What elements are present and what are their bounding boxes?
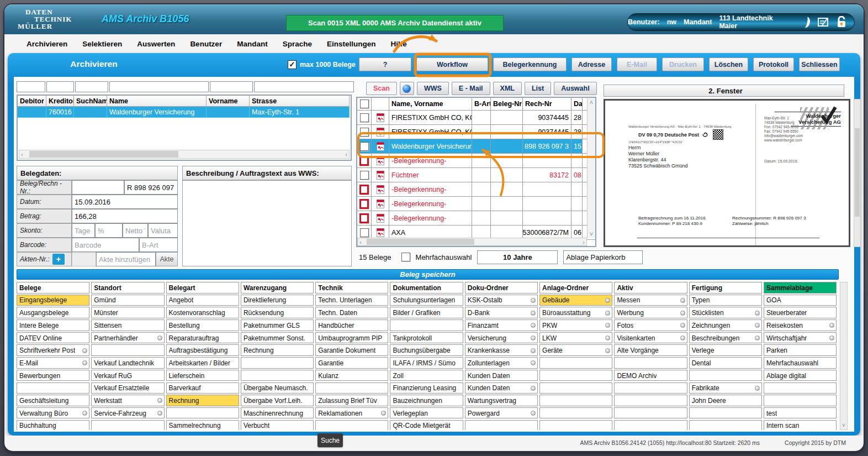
grid-cell-service-fahrzeug[interactable]: Service-Fahrzeug [91,407,164,419]
rechn-input-2[interactable] [124,180,178,195]
row-checkbox[interactable] [359,213,369,223]
grid-cell-werkstatt[interactable]: Werkstatt [91,395,164,406]
grid-cell-zoll[interactable]: Zoll [390,370,463,381]
moon-icon[interactable] [801,16,811,29]
löschen-button[interactable]: Löschen [709,57,748,71]
grid-cell-reklamationen[interactable]: Reklamationen [315,407,388,419]
grid-cell-münster[interactable]: Münster [91,307,164,318]
skonto-netto-input[interactable] [123,223,148,238]
address-filter-input[interactable] [46,81,74,92]
grid-cell-visitenkarten[interactable]: Visitenkarten [614,332,687,344]
grid-cell-dental[interactable]: Dental [689,357,762,369]
grid-cell-john-deere[interactable]: John Deere [689,395,762,406]
grid-cell-kulanz[interactable]: Kulanz [315,370,388,381]
grid-cell-wirtschaftjahr[interactable]: Wirtschaftjahr [764,332,837,344]
grid-cell-gebäude[interactable]: Gebäude [539,295,612,306]
grid-cell-versicherung[interactable]: Versicherung [465,332,538,344]
grid-cell-verwaltung-büro[interactable]: Verwaltung Büro [17,407,89,419]
grid-cell-empty[interactable] [689,407,762,419]
blank-button[interactable]: ? [359,57,411,71]
grid-cell-ausgangsbelege[interactable]: Ausgangsbelege [17,307,89,318]
grid-cell-zollunterlagen[interactable]: Zollunterlagen [465,357,538,369]
grid-cell-direktlieferung[interactable]: Direktlieferung [241,295,314,306]
grid-cell-umbauprogramm-pip[interactable]: Umbauprogramm PIP [315,332,388,344]
grid-cell-empty[interactable] [614,420,687,430]
table-row[interactable]: 760016Waldenburger VersicherungMax-Eyth-… [18,107,351,118]
grid-cell-auftragsbestätigung[interactable]: Auftragsbestätigung [166,344,239,356]
grid-cell-empty[interactable] [614,382,687,394]
grid-cell-empty[interactable] [241,357,314,369]
grid-cell-krankenkasse[interactable]: Krankenkasse [465,344,538,356]
grid-cell-empty[interactable] [539,407,612,419]
column-header-vorname[interactable]: Vorname [207,96,250,107]
address-filter-input[interactable] [254,81,354,92]
grid-cell-buchungsübergabe[interactable]: Buchungsübergabe [390,344,463,356]
mehrfachauswahl-checkbox[interactable] [401,253,410,261]
grid-cell-empty[interactable] [539,357,612,369]
address-filter-input[interactable] [210,81,253,92]
grid-cell-tankprotokoll[interactable]: Tankprotokoll [390,332,463,344]
grid-cell-intere-belege[interactable]: Intere Belege [17,319,89,331]
grid-cell-alte-vorgänge[interactable]: Alte Vorgänge [614,344,687,356]
grid-cell-empty[interactable] [764,382,837,394]
max-1000-checkbox[interactable]: ✓ [288,60,297,69]
grid-cell-bauzeichnungen[interactable]: Bauzeichnungen [390,395,463,406]
scroll-down-icon[interactable]: ˅ [590,230,593,237]
grid-cell-rechnung[interactable]: Rechnung [166,395,239,406]
grid-cell-empty[interactable] [315,382,388,394]
grid-cell-rechnung[interactable]: Rechnung [241,344,314,356]
grid-cell-empty[interactable] [91,344,164,356]
grid-cell-stücklisten[interactable]: Stücklisten [689,307,762,318]
grid-cell-empty[interactable] [689,420,762,430]
grid-cell-ilafa-irms-sümo[interactable]: ILAFA / IRMS / Sümo [390,357,463,369]
menu-item-benutzer[interactable]: Benutzer [190,40,222,48]
grid-cell-ksk-ostalb[interactable]: KSK-Ostalb [465,295,538,306]
address-filter-input[interactable] [109,81,209,92]
row-checkbox[interactable] [359,185,369,195]
row-checkbox[interactable] [360,142,369,151]
grid-cell-mehrfachauswahl[interactable]: Mehrfachauswahl [764,357,837,369]
betrag-input[interactable] [72,209,178,223]
menu-item-hilfe[interactable]: Hilfe [390,40,406,48]
grid-cell-arbeitskarten-bilder[interactable]: Arbeitskarten / Bilder [166,357,239,369]
doc-row[interactable]: -Belegerkennung- [357,197,595,211]
second-window-header[interactable]: 2. Fenster [604,85,844,97]
grid-cell-goa[interactable]: GOA [764,295,837,306]
menu-item-sprache[interactable]: Sprache [283,40,312,48]
grid-cell-geräte[interactable]: Geräte [539,344,612,356]
menu-item-auswerten[interactable]: Auswerten [137,40,175,48]
grid-cell-angebot[interactable]: Angebot [166,295,239,306]
skonto-prozent-input[interactable] [95,223,123,238]
grid-cell-buchhaltung[interactable]: Buchhaltung [17,420,89,430]
grid-cell-typen[interactable]: Typen [689,295,762,306]
grid-cell-schriftverkehr-post[interactable]: Schriftverkehr Post [17,344,89,356]
menu-item-einstellungen[interactable]: Einstellungen [327,40,376,48]
archive-sphere-tab[interactable] [400,82,414,95]
grid-cell-fabrikate[interactable]: Fabrikate [689,382,762,394]
grid-cell-bilder-grafiken[interactable]: Bilder / Grafiken [390,307,463,318]
grid-cell-kunden-daten[interactable]: Kunden Daten [465,382,538,394]
menu-item-selektieren[interactable]: Selektieren [82,40,122,48]
grid-cell-datev-online[interactable]: DATEV Online [17,332,89,344]
schliessen-button[interactable]: Schliessen [799,57,840,71]
grid-cell-empty[interactable] [241,370,314,381]
doc-row[interactable]: FIRESTIXX GmbH CO, KG9037444528 [357,111,595,125]
address-filter-input[interactable] [17,81,45,92]
tab-xml[interactable]: XML [493,82,522,95]
grid-cell-finanzierung-leasing[interactable]: Finanzierung Leasing [390,382,463,394]
grid-cell-handbücher[interactable]: Handbücher [315,319,388,331]
grid-cell-techn-daten[interactable]: Techn. Daten [315,307,388,318]
grid-cell-empty[interactable] [17,382,89,394]
grid-cell-empty[interactable] [614,395,687,406]
row-checkbox[interactable] [360,171,369,180]
doc-row[interactable]: -Belegerkennung- [357,154,595,168]
grid-cell-test[interactable]: test [764,407,837,419]
datum-input[interactable] [72,195,178,209]
skonto-valuta-input[interactable] [148,223,178,238]
grid-cell-lieferschein[interactable]: Lieferschein [166,370,239,381]
grid-cell-kostenvoranschlag[interactable]: Kostenvoranschlag [166,307,239,318]
scroll-thumb[interactable] [29,151,178,158]
doc-row[interactable]: -Belegerkennung- [357,211,595,226]
grid-cell-messen[interactable]: Messen [614,295,687,306]
scroll-left-icon[interactable]: ‹ [359,239,362,245]
